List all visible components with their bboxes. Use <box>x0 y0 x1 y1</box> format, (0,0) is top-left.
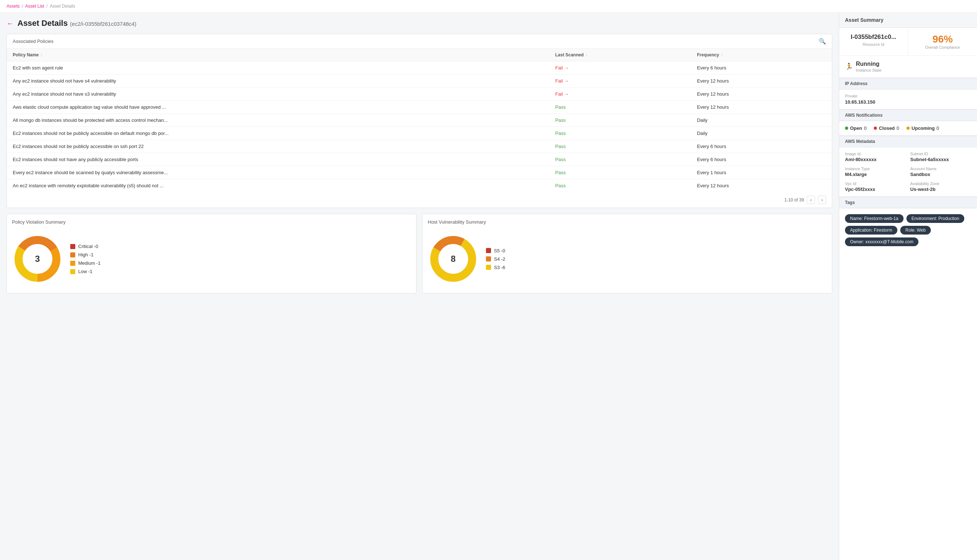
policy-name-cell: Ec2 instances should not be publicly acc… <box>7 127 549 140</box>
sidebar-header: Asset Summary <box>839 13 977 28</box>
legend-dot <box>70 252 75 257</box>
table-row[interactable]: An ec2 instance with remotely exploitabl… <box>7 179 832 192</box>
notifications: Open0Closed0Upcoming0 <box>839 121 977 136</box>
policy-frequency-cell: Daily <box>691 114 832 127</box>
legend-item: S5 -0 <box>486 248 505 253</box>
policies-card-title: Associated Policies <box>13 38 53 44</box>
policy-status-cell: Fail → <box>549 62 691 75</box>
policies-table: Policy Name ↕ Last Scanned ↕ Frequency ↕… <box>7 49 832 192</box>
next-page-button[interactable]: › <box>818 196 826 204</box>
private-ip-label: Private <box>845 94 971 98</box>
policy-name-cell: Ec2 instances should not be publicly acc… <box>7 140 549 153</box>
legend-item: Critical -0 <box>70 243 100 249</box>
legend-item: S4 -2 <box>486 257 505 262</box>
search-button[interactable]: 🔍 <box>819 38 826 45</box>
sidebar: Asset Summary I-0355bf261c0... Resource … <box>839 13 977 560</box>
policy-frequency-cell: Every 1 hours <box>691 166 832 179</box>
table-row[interactable]: Ec2 instances should not have any public… <box>7 153 832 166</box>
legend-label: Low -1 <box>78 269 92 274</box>
legend-dot <box>486 265 491 270</box>
table-row[interactable]: Any ec2 instance should not have s4 vuln… <box>7 75 832 88</box>
tag-badge: Role: Web <box>900 226 931 235</box>
metadata-grid: Image IdAmi-80xxxxxxSubnet IDSubnet-6a5x… <box>839 147 977 197</box>
table-row[interactable]: Every ec2 instance should be scanned by … <box>7 166 832 179</box>
pagination: 1-10 of 39 ‹ › <box>7 192 832 208</box>
notif-label: Upcoming <box>912 125 935 131</box>
table-row[interactable]: Any ec2 instance should not have s3 vuln… <box>7 88 832 101</box>
policies-card: Associated Policies 🔍 Policy Name ↕ Last… <box>7 34 832 208</box>
policy-name-cell: Any ec2 instance should not have s4 vuln… <box>7 75 549 88</box>
breadcrumb-assets[interactable]: Assets <box>7 3 20 9</box>
back-button[interactable]: ← <box>7 19 14 28</box>
table-row[interactable]: Ec2 with ssm agent rule Fail → Every 6 h… <box>7 62 832 75</box>
page-title: Asset Details (ec2/i-0355bf261c03748c4) <box>17 18 137 28</box>
compliance-cell: 96% Overall Compliance <box>908 28 977 55</box>
policies-table-head: Policy Name ↕ Last Scanned ↕ Frequency ↕ <box>7 49 832 62</box>
host-vulnerability-title: Host Vulnerability Summary <box>428 219 827 225</box>
breadcrumb: Assets / Asset List / Asset Details <box>0 0 977 13</box>
notif-dot <box>845 127 848 130</box>
legend-label: Medium -1 <box>78 260 100 266</box>
meta-value: M4.xlarge <box>845 172 906 177</box>
host-vulnerability-card: Host Vulnerability Summary 8 S5 -0S4 -2S… <box>422 214 832 293</box>
policy-name-cell: Every ec2 instance should be scanned by … <box>7 166 549 179</box>
meta-label: Vpc Id <box>845 182 906 186</box>
meta-value: Sandbox <box>910 172 972 177</box>
meta-label: Subnet ID <box>910 152 972 156</box>
metadata-section-header: AWS Metadata <box>839 136 977 147</box>
meta-label: Image Id <box>845 152 906 156</box>
legend-dot <box>70 244 75 249</box>
legend-item: High -1 <box>70 252 100 257</box>
meta-value: Ami-80xxxxxx <box>845 157 906 162</box>
policy-frequency-cell: Every 6 hours <box>691 62 832 75</box>
tags-wrap: Name: Firestorm-web-1aEnvironment: Produ… <box>845 214 971 246</box>
legend-item: S3 -6 <box>486 265 505 270</box>
table-row[interactable]: Ec2 instances should not be publicly acc… <box>7 127 832 140</box>
instance-state-label: Instance State <box>856 68 881 72</box>
policy-frequency-cell: Every 12 hours <box>691 101 832 114</box>
meta-label: Account Name <box>910 167 972 171</box>
host-vulnerability-center: 8 <box>451 254 455 264</box>
policy-frequency-cell: Every 6 hours <box>691 153 832 166</box>
policy-name-cell: Any ec2 instance should not have s3 vuln… <box>7 88 549 101</box>
meta-value: Vpc-05f2xxxx <box>845 187 906 192</box>
meta-label: Instance Type <box>845 167 906 171</box>
policy-violation-legend: Critical -0High -1Medium -1Low -1 <box>70 243 100 274</box>
breadcrumb-asset-list[interactable]: Asset List <box>25 3 44 9</box>
tag-badge: Environment: Production <box>907 214 964 223</box>
policy-violation-card: Policy Violation Summary <box>7 214 417 293</box>
compliance-label: Overall Compliance <box>914 45 971 50</box>
metadata-item: Account NameSandbox <box>910 167 972 177</box>
policy-violation-title: Policy Violation Summary <box>12 219 411 225</box>
policy-name-cell: An ec2 instance with remotely exploitabl… <box>7 179 549 192</box>
resource-id-label: Resource Id <box>845 42 902 47</box>
host-vulnerability-donut: 8 <box>428 233 478 284</box>
running-text: Running <box>856 61 881 67</box>
prev-page-button[interactable]: ‹ <box>807 196 815 204</box>
legend-label: Critical -0 <box>78 243 98 249</box>
legend-dot <box>486 248 491 253</box>
policy-status-cell: Pass <box>549 153 691 166</box>
policy-status-cell: Fail → <box>549 88 691 101</box>
breadcrumb-current: Asset Details <box>50 3 75 9</box>
policy-violation-center: 3 <box>35 254 40 264</box>
col-last-scanned: Last Scanned ↕ <box>549 49 691 62</box>
running-icon: 🏃 <box>845 63 853 70</box>
legend-label: S5 -0 <box>494 248 505 253</box>
notif-value: 0 <box>897 125 899 131</box>
notification-item: Closed0 <box>874 125 899 131</box>
compliance-pct: 96% <box>914 33 971 45</box>
metadata-item: Image IdAmi-80xxxxxx <box>845 152 906 162</box>
host-vulnerability-legend: S5 -0S4 -2S3 -6 <box>486 248 505 270</box>
policy-name-cell: All mongo db instances should be protect… <box>7 114 549 127</box>
policy-name-cell: Aws elastic cloud compute application ta… <box>7 101 549 114</box>
table-row[interactable]: All mongo db instances should be protect… <box>7 114 832 127</box>
notif-label: Closed <box>879 125 894 131</box>
legend-dot <box>70 261 75 266</box>
notif-dot <box>874 127 877 130</box>
table-row[interactable]: Ec2 instances should not be publicly acc… <box>7 140 832 153</box>
legend-item: Low -1 <box>70 269 100 274</box>
table-row[interactable]: Aws elastic cloud compute application ta… <box>7 101 832 114</box>
notification-item: Upcoming0 <box>907 125 939 131</box>
meta-value: Us-west-2b <box>910 187 972 192</box>
